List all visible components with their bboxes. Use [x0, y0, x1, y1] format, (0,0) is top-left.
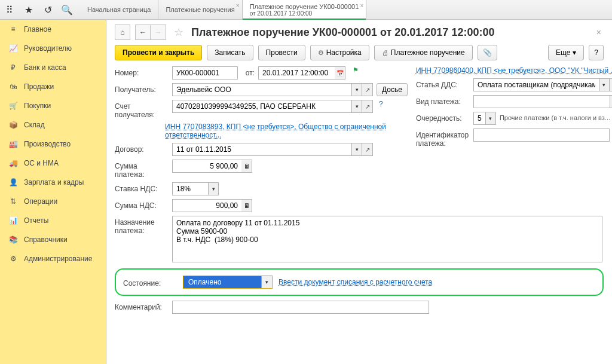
date-input[interactable] [258, 66, 335, 79]
calculator-icon[interactable]: 🖩 [241, 160, 252, 173]
star-icon[interactable]: ★ [19, 0, 38, 19]
status-select[interactable]: Оплачено ▾ [183, 276, 273, 289]
flag-icon[interactable]: ⚑ [353, 66, 359, 74]
dds-label: Статья ДДС: [416, 78, 470, 89]
dropdown-icon[interactable]: ▾ [208, 182, 219, 195]
sidebar-item-reports[interactable]: 📊Отчеты [0, 211, 106, 230]
cart-icon: 🛒 [8, 102, 18, 110]
sidebar-item-assets[interactable]: 🚚ОС и НМА [0, 154, 106, 173]
dropdown-icon[interactable]: ▾ [351, 83, 362, 96]
account-input[interactable] [172, 100, 351, 113]
more-button[interactable]: Еще ▾ [548, 45, 584, 60]
search-icon[interactable]: 🔍 [57, 0, 76, 19]
tabs-bar: Начальная страница Платежные поручения ×… [80, 0, 366, 19]
dropdown-icon[interactable]: ▾ [485, 112, 496, 125]
top-toolbar: ⠿ ★ ↺ 🔍 Начальная страница Платежные пор… [0, 0, 612, 20]
close-icon[interactable]: × [236, 2, 240, 9]
open-icon[interactable]: ↗ [362, 83, 373, 96]
ident-input[interactable] [473, 129, 610, 142]
sidebar-item-label: Склад [24, 121, 45, 129]
sidebar-item-label: Покупки [24, 102, 51, 110]
contract-label: Договор: [115, 143, 169, 154]
sidebar-item-label: Главное [24, 25, 51, 33]
apps-icon[interactable]: ⠿ [0, 0, 19, 19]
close-icon[interactable]: × [360, 2, 363, 9]
home-button[interactable]: ⌂ [115, 25, 130, 40]
open-icon[interactable]: ↗ [362, 143, 373, 156]
org-inn-link[interactable]: ИНН 7709860400, КПП <не требуется>, ООО … [416, 66, 612, 75]
tab-home[interactable]: Начальная страница [80, 0, 158, 19]
number-label: Номер: [115, 66, 169, 77]
sum-input[interactable] [172, 160, 241, 173]
sidebar-item-catalogs[interactable]: 📚Справочники [0, 230, 106, 249]
dds-input[interactable] [473, 78, 599, 91]
dossier-button[interactable]: Досье [377, 83, 408, 96]
sidebar-item-purchases[interactable]: 🛒Покупки [0, 96, 106, 115]
attach-button[interactable]: 📎 [478, 45, 497, 60]
submit-close-button[interactable]: Провести и закрыть [115, 45, 202, 60]
sidebar-item-manager[interactable]: 📈Руководителю [0, 39, 106, 58]
books-icon: 📚 [8, 235, 18, 244]
dropdown-icon[interactable]: ▾ [351, 100, 362, 113]
sidebar-item-main[interactable]: ≡Главное [0, 20, 106, 39]
open-icon[interactable]: ↗ [362, 100, 373, 113]
tab-payment-doc[interactable]: Платежное поручение УК00-000001 от 20.01… [243, 0, 367, 19]
paytype-label: Вид платежа: [416, 95, 470, 106]
number-input[interactable] [172, 66, 238, 79]
contract-input[interactable] [172, 143, 351, 156]
dropdown-icon[interactable]: ▾ [610, 95, 612, 108]
sidebar: ≡Главное 📈Руководителю ₽Банк и касса 🛍Пр… [0, 20, 106, 364]
recipient-label: Получатель: [115, 83, 169, 94]
help-button[interactable]: ? [589, 45, 604, 60]
truck-icon: 🚚 [8, 159, 18, 167]
comment-input[interactable] [172, 301, 429, 314]
tab-label: Платежные поручения [166, 6, 234, 13]
vat-sum-input[interactable] [172, 199, 241, 212]
sidebar-item-bank[interactable]: ₽Банк и касса [0, 58, 106, 77]
sidebar-item-sales[interactable]: 🛍Продажи [0, 77, 106, 96]
gear-icon: ⚙ [8, 255, 18, 263]
favorite-button[interactable]: ☆ [171, 25, 186, 40]
tab-label: Платежное поручение УК00-000001 [250, 3, 359, 10]
sidebar-item-salary[interactable]: 👤Зарплата и кадры [0, 173, 106, 192]
chart-icon: 📈 [8, 44, 18, 53]
dropdown-icon[interactable]: ▾ [351, 143, 362, 156]
vat-rate-input[interactable] [172, 182, 208, 195]
priority-label: Очередность: [416, 112, 470, 123]
tab-payments[interactable]: Платежные поручения × [158, 0, 242, 19]
recipient-input[interactable] [172, 83, 351, 96]
calculator-icon[interactable]: 🖩 [241, 199, 252, 212]
history-icon[interactable]: ↺ [38, 0, 57, 19]
priority-input[interactable] [473, 112, 485, 125]
sidebar-item-label: Руководителю [24, 44, 72, 53]
save-button[interactable]: Записать [207, 45, 253, 60]
sidebar-item-operations[interactable]: ⇅Операции [0, 192, 106, 211]
report-icon: 📊 [8, 216, 18, 225]
tab-sublabel: от 20.01.2017 12:00:00 [250, 10, 359, 17]
help-icon[interactable]: ? [379, 100, 383, 108]
sidebar-item-production[interactable]: 🏭Производство [0, 134, 106, 154]
sidebar-item-warehouse[interactable]: 📦Склад [0, 115, 106, 134]
inn-link[interactable]: ИНН 7707083893, КПП <не требуется>, Обще… [165, 123, 408, 139]
sidebar-item-label: Операции [24, 197, 57, 206]
date-label: от: [241, 66, 255, 77]
factory-icon: 🏭 [8, 140, 18, 148]
sidebar-item-admin[interactable]: ⚙Администрирование [0, 249, 106, 268]
close-button[interactable]: × [594, 25, 604, 39]
sidebar-item-label: ОС и НМА [24, 159, 59, 167]
settings-button[interactable]: ⚙Настройка [310, 45, 369, 60]
dropdown-icon[interactable]: ▾ [261, 276, 272, 288]
print-button[interactable]: 🖨Платежное поручение [374, 45, 473, 60]
purpose-textarea[interactable] [172, 216, 602, 262]
create-writeoff-link[interactable]: Ввести документ списания с расчетного сч… [279, 278, 432, 286]
paytype-input[interactable] [473, 95, 610, 108]
forward-button[interactable]: → [151, 25, 166, 40]
ident-label: Идентификатор платежа: [416, 129, 470, 148]
post-button[interactable]: Провести [258, 45, 305, 60]
dropdown-icon[interactable]: ▾ [599, 78, 610, 91]
calendar-icon[interactable]: 📅 [335, 66, 345, 79]
back-button[interactable]: ← [135, 25, 151, 40]
page-title: Платежное поручение УК00-000001 от 20.01… [191, 26, 589, 39]
open-icon[interactable]: ↗ [610, 78, 612, 91]
sidebar-item-label: Зарплата и кадры [24, 178, 84, 186]
